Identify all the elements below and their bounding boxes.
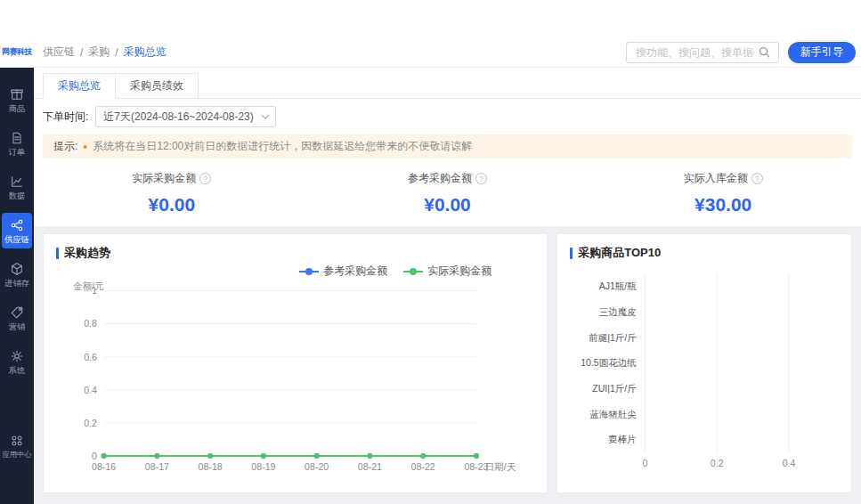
legend-marker-icon	[403, 267, 423, 276]
tab-purchaser-performance[interactable]: 采购员绩效	[116, 73, 199, 99]
panels-row: 采购趋势 参考采购金额实际采购金额 00.20.40.60.8108-1608-…	[43, 233, 852, 493]
notice-text: 系统将在当日12:00对前日的数据进行统计，因数据延迟给您带来的不便敬请谅解	[93, 139, 472, 154]
legend-item[interactable]: 参考采购金额	[299, 264, 387, 279]
sidebar: 商品 订单 数据 供应链	[0, 68, 34, 504]
svg-text:AJ1瓶/瓶: AJ1瓶/瓶	[599, 280, 638, 291]
sidebar-item-marketing[interactable]: 营销	[2, 300, 32, 336]
tab-label: 采购总览	[58, 79, 101, 92]
svg-text:0.2: 0.2	[84, 418, 97, 428]
breadcrumb-supply-chain[interactable]: 供应链	[43, 45, 75, 60]
breadcrumb-purchase-overview: 采购总览	[124, 45, 167, 60]
sidebar-item-app-center[interactable]: 应用中心	[2, 428, 32, 463]
trend-legend: 参考采购金额实际采购金额	[56, 264, 534, 279]
app-center-icon	[10, 434, 24, 448]
tab-label: 采购员绩效	[130, 79, 183, 92]
svg-text:0: 0	[92, 451, 97, 461]
search-icon[interactable]	[758, 45, 771, 59]
filter-bar: 下单时间: 近7天(2024-08-16~2024-08-23)	[34, 99, 861, 133]
header-actions: 新手引导	[626, 42, 861, 63]
svg-text:ZUI|1斤/斤: ZUI|1斤/斤	[592, 383, 637, 394]
logo: 网赛科技	[0, 46, 34, 58]
sidebar-nav: 商品 订单 数据 供应链	[0, 82, 34, 379]
svg-text:08-16: 08-16	[92, 461, 116, 472]
svg-text:0.6: 0.6	[84, 352, 97, 362]
legend-item[interactable]: 实际采购金额	[403, 264, 491, 279]
data-icon	[10, 175, 24, 189]
stat-reference-purchase-amount: 参考采购金额 ? ¥0.00	[310, 171, 586, 215]
legend-label: 实际采购金额	[427, 264, 491, 279]
breadcrumb-separator: /	[115, 46, 118, 59]
svg-text:金额/元: 金额/元	[73, 280, 104, 291]
orders-icon	[10, 131, 24, 145]
order-time-label: 下单时间:	[43, 110, 88, 125]
stat-value: ¥0.00	[34, 194, 310, 215]
guide-button[interactable]: 新手引导	[788, 42, 856, 63]
sidebar-item-label: 系统	[9, 366, 25, 374]
stat-value: ¥30.00	[585, 194, 861, 215]
sidebar-item-label: 营销	[9, 322, 25, 330]
stat-label: 参考采购金额	[408, 171, 472, 186]
bullet-icon: •	[83, 141, 87, 153]
svg-text:0.2: 0.2	[711, 458, 724, 468]
sidebar-item-label: 数据	[9, 191, 25, 199]
trend-chart: 00.20.40.60.8108-1608-1708-1808-1908-200…	[56, 279, 534, 482]
help-icon[interactable]: ?	[475, 173, 487, 184]
sidebar-item-label: 进销存	[4, 279, 29, 287]
purchase-trend-panel: 采购趋势 参考采购金额实际采购金额 00.20.40.60.8108-1608-…	[43, 233, 548, 493]
svg-text:08-17: 08-17	[145, 461, 169, 472]
top-header: 网赛科技 供应链 / 采购 / 采购总览 新手引导	[0, 37, 861, 68]
sidebar-item-label: 商品	[9, 104, 25, 112]
sidebar-item-orders[interactable]: 订单	[2, 126, 32, 161]
stat-label: 实际采购金额	[132, 171, 196, 186]
overview-section: 下单时间: 近7天(2024-08-16~2024-08-23) 提示: • 系…	[34, 99, 861, 226]
svg-text:0.4: 0.4	[783, 458, 796, 468]
sidebar-item-inventory[interactable]: 进销存	[2, 256, 32, 292]
svg-text:08-21: 08-21	[358, 461, 382, 472]
breadcrumb: 供应链 / 采购 / 采购总览	[43, 45, 167, 60]
breadcrumb-separator: /	[80, 46, 83, 59]
inventory-icon	[10, 262, 24, 276]
notice-prefix: 提示:	[53, 139, 77, 154]
svg-text:08-19: 08-19	[251, 461, 275, 472]
stat-label: 实际入库金额	[684, 171, 748, 186]
sidebar-item-system[interactable]: 系统	[2, 344, 32, 379]
panel-title: 采购趋势	[56, 245, 534, 261]
goods-icon	[10, 87, 24, 102]
search-box[interactable]	[626, 42, 779, 63]
stat-actual-inbound-amount: 实际入库金额 ? ¥30.00	[585, 171, 861, 215]
tabs: 采购总览 采购员绩效	[34, 68, 861, 99]
svg-text:耍棒片: 耍棒片	[607, 434, 637, 444]
tab-purchase-overview[interactable]: 采购总览	[43, 73, 116, 99]
svg-text:蓝海猪肚尖: 蓝海猪肚尖	[589, 409, 637, 419]
order-time-value: 近7天(2024-08-16~2024-08-23)	[103, 110, 253, 125]
system-icon	[10, 349, 24, 363]
help-icon[interactable]: ?	[199, 173, 211, 184]
help-icon[interactable]: ?	[751, 173, 763, 184]
marketing-icon	[10, 305, 24, 320]
main-content: 采购总览 采购员绩效 下单时间: 近7天(2024-08-16~2024-08-…	[34, 68, 861, 504]
chevron-down-icon	[262, 111, 269, 118]
stats-row: 实际采购金额 ? ¥0.00 参考采购金额 ? ¥0.00 实际入库金额 ?	[34, 171, 861, 215]
panel-title-text: 采购趋势	[64, 245, 110, 261]
stat-value: ¥0.00	[310, 194, 586, 215]
svg-text:三边魔皮: 三边魔皮	[599, 306, 637, 317]
sidebar-item-goods[interactable]: 商品	[2, 82, 32, 118]
order-time-select[interactable]: 近7天(2024-08-16~2024-08-23)	[95, 106, 275, 127]
legend-marker-icon	[299, 267, 319, 276]
title-bar-icon	[56, 248, 59, 259]
search-input[interactable]	[634, 45, 758, 60]
top10-panel: 采购商品TOP10 00.20.4AJ1瓶/瓶三边魔皮前腿|1斤/斤10.5圆花…	[556, 233, 852, 493]
top10-chart: 00.20.4AJ1瓶/瓶三边魔皮前腿|1斤/斤10.5圆花边纸ZUI|1斤/斤…	[570, 261, 839, 482]
sidebar-item-label: 订单	[9, 148, 25, 156]
panel-title-text: 采购商品TOP10	[578, 245, 661, 261]
svg-text:0.4: 0.4	[84, 385, 97, 395]
breadcrumb-purchase[interactable]: 采购	[88, 45, 110, 60]
sidebar-item-label: 应用中心	[2, 451, 31, 458]
sidebar-item-supply-chain[interactable]: 供应链	[2, 213, 32, 248]
sidebar-item-data[interactable]: 数据	[2, 169, 32, 205]
svg-text:08-18: 08-18	[199, 461, 223, 472]
panel-title: 采购商品TOP10	[570, 245, 839, 261]
supply-chain-icon	[10, 218, 24, 232]
svg-text:日期/天: 日期/天	[485, 461, 516, 472]
svg-text:10.5圆花边纸: 10.5圆花边纸	[581, 357, 637, 368]
